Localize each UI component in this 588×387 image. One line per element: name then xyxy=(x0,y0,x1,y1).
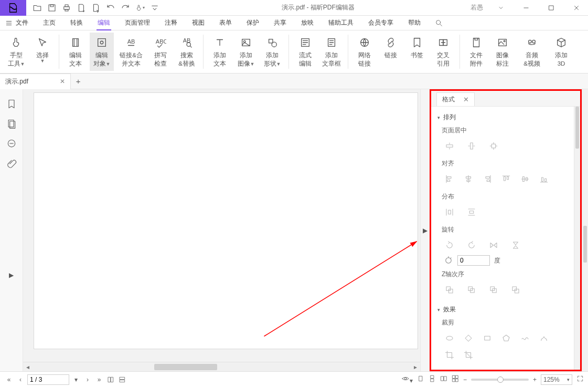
align-center-h-icon[interactable] xyxy=(464,174,473,184)
menu-tab-共享[interactable]: 共享 xyxy=(268,16,293,30)
menu-tab-视图[interactable]: 视图 xyxy=(186,16,211,30)
document-tab[interactable]: 演示.pdf ✕ xyxy=(0,74,71,89)
crop-ellipse-icon[interactable] xyxy=(445,333,454,343)
user-name[interactable]: 若愚 xyxy=(471,3,483,12)
crop-rect-icon[interactable] xyxy=(483,333,492,343)
page-input[interactable] xyxy=(27,374,69,385)
ribbon-edit-object[interactable]: 编辑对象▼ xyxy=(90,33,114,71)
first-page-button[interactable]: « xyxy=(4,375,14,384)
single-page-icon[interactable] xyxy=(417,375,424,384)
prev-page-button[interactable]: ‹ xyxy=(16,375,25,384)
menu-tab-转换[interactable]: 转换 xyxy=(64,16,89,30)
right-expand-icon[interactable]: ▶ xyxy=(420,89,430,371)
zoom-slider[interactable] xyxy=(471,379,529,381)
maximize-button[interactable] xyxy=(541,0,562,16)
menu-tab-保护[interactable]: 保护 xyxy=(240,16,265,30)
open-icon[interactable] xyxy=(33,3,42,13)
new-tab-button[interactable]: + xyxy=(71,77,85,86)
ribbon-attachment[interactable]: 文件附件 xyxy=(464,33,488,71)
ribbon-link[interactable]: 链接 xyxy=(379,33,403,71)
ribbon-find-replace[interactable]: AB搜索&替换 xyxy=(175,33,199,71)
align-left-icon[interactable] xyxy=(445,174,454,184)
rotate-custom-icon[interactable] xyxy=(444,256,453,265)
menu-tab-页面管理[interactable]: 页面管理 xyxy=(119,16,156,30)
search-icon[interactable] xyxy=(430,16,448,30)
bring-front-icon[interactable] xyxy=(445,285,454,295)
align-top-icon[interactable] xyxy=(501,174,511,184)
ribbon-edit-text[interactable]: 编辑文本 xyxy=(63,33,88,71)
reading-mode-icon[interactable]: ▾ xyxy=(401,374,413,384)
horizontal-scrollbar[interactable]: ◂ ▸ xyxy=(23,362,420,371)
page-add-icon[interactable] xyxy=(77,3,86,13)
crop-reset-icon[interactable] xyxy=(464,350,473,360)
minimize-button[interactable] xyxy=(516,0,537,16)
workspace-vertical-scrollbar[interactable] xyxy=(582,89,588,371)
zoom-select[interactable]: 125%▾ xyxy=(541,374,572,385)
format-panel-tab[interactable]: 格式 ✕ xyxy=(436,92,475,106)
fullscreen-icon[interactable] xyxy=(576,375,584,384)
close-button[interactable] xyxy=(566,0,587,16)
ribbon-add-shape[interactable]: 添加形状▼ xyxy=(260,33,284,71)
qat-dropdown-icon[interactable] xyxy=(150,3,159,13)
bring-forward-icon[interactable] xyxy=(467,285,476,295)
ribbon-add-article[interactable]: 添加文章框 xyxy=(319,33,344,71)
rotate-degree-input[interactable] xyxy=(457,255,490,266)
ribbon-image-annot[interactable]: 图像标注 xyxy=(490,33,515,71)
zoom-in-button[interactable]: + xyxy=(533,376,537,383)
rotate-left-icon[interactable] xyxy=(445,240,454,250)
close-tab-icon[interactable]: ✕ xyxy=(60,78,65,85)
continuous-icon[interactable] xyxy=(429,375,436,384)
ribbon-add-3d[interactable]: 添加3D xyxy=(549,33,573,71)
redo-icon[interactable] xyxy=(121,3,130,13)
distribute-horizontal-icon[interactable] xyxy=(445,207,454,217)
panel-vertical-scrollbar[interactable] xyxy=(574,107,580,370)
ribbon-hand[interactable]: 手型工具▼ xyxy=(4,33,28,71)
menu-tab-会员专享[interactable]: 会员专享 xyxy=(362,16,400,30)
scroll-left-icon[interactable]: ◂ xyxy=(23,362,33,372)
center-horizontal-icon[interactable] xyxy=(445,141,454,151)
crop-tool-icon[interactable] xyxy=(445,350,454,360)
bookmarks-panel-icon[interactable] xyxy=(6,99,17,109)
comments-panel-icon[interactable] xyxy=(6,139,17,149)
flip-horizontal-icon[interactable] xyxy=(489,240,498,250)
menu-tab-主页[interactable]: 主页 xyxy=(37,16,62,30)
attachments-panel-icon[interactable] xyxy=(6,159,17,169)
distribute-vertical-icon[interactable] xyxy=(467,207,476,217)
ribbon-bookmark[interactable]: 书签 xyxy=(405,33,429,71)
crop-curve-icon[interactable] xyxy=(539,333,549,343)
page-view[interactable] xyxy=(34,92,418,349)
center-vertical-icon[interactable] xyxy=(467,141,476,151)
align-bottom-icon[interactable] xyxy=(539,174,549,184)
align-right-icon[interactable] xyxy=(483,174,492,184)
ribbon-crossref[interactable]: 交叉引用 xyxy=(431,33,455,71)
ribbon-add-image[interactable]: 添加图像▼ xyxy=(234,33,258,71)
zoom-out-button[interactable]: − xyxy=(463,376,467,383)
pages-panel-icon[interactable] xyxy=(6,119,17,129)
crop-diamond-icon[interactable] xyxy=(464,333,473,343)
menu-tab-注释[interactable]: 注释 xyxy=(158,16,184,30)
last-page-button[interactable]: » xyxy=(94,375,104,384)
menu-tab-表单[interactable]: 表单 xyxy=(213,16,238,30)
flip-vertical-icon[interactable] xyxy=(511,240,520,250)
page-dropdown-icon[interactable]: ▾ xyxy=(71,375,81,384)
scroll-thumb[interactable] xyxy=(154,364,217,370)
user-dropdown-icon[interactable] xyxy=(490,0,511,16)
section-effect[interactable]: ▾效果 xyxy=(437,305,568,314)
view-scroll-icon[interactable] xyxy=(117,375,127,384)
menu-tab-帮助[interactable]: 帮助 xyxy=(402,16,427,30)
menu-tab-放映[interactable]: 放映 xyxy=(295,16,320,30)
next-page-button[interactable]: › xyxy=(83,375,92,384)
ribbon-audio-video[interactable]: 音频&视频 xyxy=(517,33,547,71)
facing-icon[interactable] xyxy=(440,375,447,384)
ribbon-spellcheck[interactable]: ABC拼写检查 xyxy=(148,33,173,71)
crop-pentagon-icon[interactable] xyxy=(501,333,511,343)
view-split-icon[interactable] xyxy=(106,375,115,384)
print-icon[interactable] xyxy=(62,3,71,13)
ribbon-add-text[interactable]: 添加文本 xyxy=(208,33,232,71)
send-back-icon[interactable] xyxy=(511,285,520,295)
rotate-right-icon[interactable] xyxy=(467,240,476,250)
scroll-right-icon[interactable]: ▸ xyxy=(411,362,420,372)
send-backward-icon[interactable] xyxy=(489,285,498,295)
ribbon-select[interactable]: 选择▼ xyxy=(30,33,55,71)
ribbon-web-link[interactable]: 网络链接 xyxy=(352,33,377,71)
